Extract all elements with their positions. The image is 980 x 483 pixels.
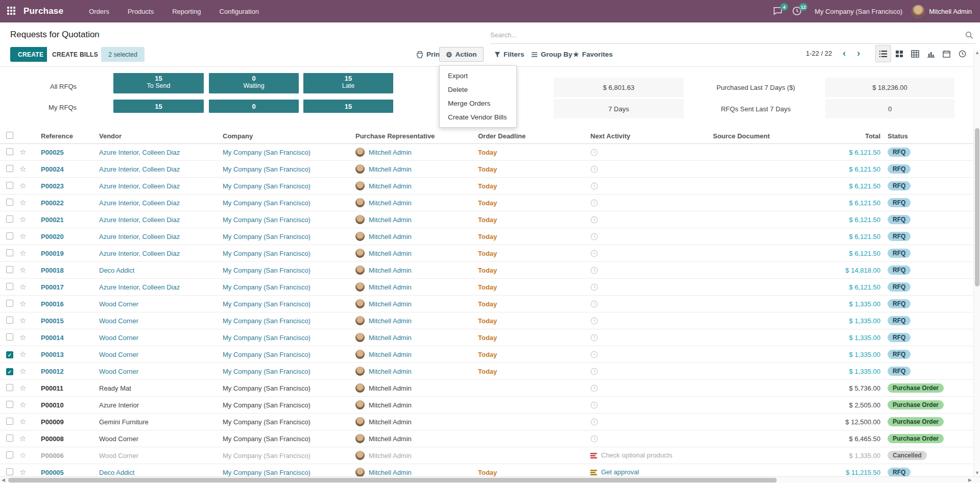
- vendor-link[interactable]: Azure Interior, Colleen Diaz: [91, 250, 214, 257]
- my-rfqs-late-box[interactable]: 15: [303, 100, 393, 113]
- pager-next-icon[interactable]: ›: [857, 47, 860, 59]
- menu-products[interactable]: Products: [121, 5, 161, 18]
- row-checkbox[interactable]: [0, 418, 19, 426]
- col-vendor[interactable]: Vendor: [91, 132, 214, 140]
- vendor-link[interactable]: Azure Interior, Colleen Diaz: [91, 233, 214, 240]
- purchase-representative[interactable]: Mitchell Admin: [347, 316, 470, 325]
- table-row[interactable]: ☆P00021Azure Interior, Colleen DiazMy Co…: [0, 211, 980, 228]
- table-row[interactable]: ☆P00014Wood CornerMy Company (San Franci…: [0, 329, 980, 346]
- table-row[interactable]: ✓☆P00012Wood CornerMy Company (San Franc…: [0, 363, 980, 380]
- table-row[interactable]: ☆P00010Azure InteriorMy Company (San Fra…: [0, 397, 980, 414]
- all-rfqs-waiting-box[interactable]: 0 Waiting: [209, 73, 299, 93]
- favorite-star-icon[interactable]: ☆: [19, 215, 33, 224]
- next-activity-icon[interactable]: [582, 232, 705, 240]
- purchase-representative[interactable]: Mitchell Admin: [347, 417, 470, 426]
- reference-link[interactable]: P00023: [33, 182, 91, 190]
- table-row[interactable]: ☆P00022Azure Interior, Colleen DiazMy Co…: [0, 195, 980, 211]
- row-checkbox[interactable]: [0, 451, 19, 460]
- action-button[interactable]: ⚙ Action: [439, 47, 484, 62]
- apps-grid-icon[interactable]: [7, 7, 16, 16]
- vendor-link[interactable]: Wood Corner: [91, 368, 214, 375]
- favorite-star-icon[interactable]: ☆: [19, 198, 33, 207]
- row-checkbox[interactable]: [0, 317, 19, 325]
- company-link[interactable]: My Company (San Francisco): [214, 267, 347, 274]
- next-activity-icon[interactable]: [582, 418, 705, 426]
- row-checkbox[interactable]: [0, 333, 19, 342]
- vertical-scrollbar[interactable]: ▲ ▼: [973, 49, 980, 476]
- row-checkbox[interactable]: [0, 249, 19, 258]
- next-activity-icon[interactable]: [582, 215, 705, 224]
- group-by-button[interactable]: Group By: [531, 47, 572, 62]
- table-row[interactable]: ☆P00009Gemini FurnitureMy Company (San F…: [0, 414, 980, 430]
- company-link[interactable]: My Company (San Francisco): [214, 452, 347, 460]
- purchase-representative[interactable]: Mitchell Admin: [347, 181, 470, 190]
- col-purchase-representative[interactable]: Purchase Representative: [347, 132, 470, 140]
- reference-link[interactable]: P00008: [33, 435, 91, 443]
- table-row[interactable]: ☆P00024Azure Interior, Colleen DiazMy Co…: [0, 161, 980, 178]
- company-link[interactable]: My Company (San Francisco): [214, 401, 347, 409]
- my-rfqs-waiting-box[interactable]: 0: [209, 100, 299, 113]
- vendor-link[interactable]: Deco Addict: [91, 469, 214, 476]
- search-input[interactable]: [490, 31, 965, 39]
- table-row[interactable]: ✓☆P00013Wood CornerMy Company (San Franc…: [0, 346, 980, 363]
- company-link[interactable]: My Company (San Francisco): [214, 216, 347, 224]
- all-rfqs-late-box[interactable]: 15 Late: [303, 73, 393, 93]
- vendor-link[interactable]: Wood Corner: [91, 317, 214, 325]
- next-activity-icon[interactable]: [582, 182, 705, 190]
- favorites-button[interactable]: ★ Favorites: [573, 47, 613, 62]
- favorite-star-icon[interactable]: ☆: [19, 400, 33, 409]
- row-checkbox[interactable]: [0, 148, 19, 157]
- menu-item-export[interactable]: Export: [440, 69, 516, 83]
- next-activity-icon[interactable]: Get approval: [582, 468, 705, 476]
- purchase-representative[interactable]: Mitchell Admin: [347, 400, 470, 409]
- vendor-link[interactable]: Azure Interior, Colleen Diaz: [91, 182, 214, 190]
- favorite-star-icon[interactable]: ☆: [19, 181, 33, 190]
- next-activity-icon[interactable]: [582, 434, 705, 443]
- vendor-link[interactable]: Wood Corner: [91, 300, 214, 308]
- row-checkbox[interactable]: [0, 283, 19, 292]
- purchase-representative[interactable]: Mitchell Admin: [347, 282, 470, 292]
- list-view-button[interactable]: [875, 45, 891, 62]
- next-activity-icon[interactable]: [582, 148, 705, 156]
- menu-configuration[interactable]: Configuration: [212, 5, 266, 18]
- vendor-link[interactable]: Ready Mat: [91, 384, 214, 392]
- next-activity-icon[interactable]: [582, 384, 705, 392]
- favorite-star-icon[interactable]: ☆: [19, 164, 33, 174]
- favorite-star-icon[interactable]: ☆: [19, 434, 33, 443]
- company-switcher[interactable]: My Company (San Francisco): [815, 8, 902, 15]
- print-button[interactable]: Print: [416, 47, 442, 62]
- vendor-link[interactable]: Wood Corner: [91, 351, 214, 358]
- reference-link[interactable]: P00013: [33, 351, 91, 358]
- search-icon[interactable]: [965, 31, 973, 39]
- user-menu[interactable]: Mitchell Admin: [912, 5, 972, 18]
- purchase-representative[interactable]: Mitchell Admin: [347, 198, 470, 207]
- select-all-checkbox[interactable]: [0, 132, 19, 140]
- next-activity-icon[interactable]: [582, 249, 705, 257]
- row-checkbox[interactable]: [0, 468, 19, 477]
- favorite-star-icon[interactable]: ☆: [19, 417, 33, 426]
- favorite-star-icon[interactable]: ☆: [19, 282, 33, 292]
- reference-link[interactable]: P00012: [33, 368, 91, 375]
- table-row[interactable]: ☆P00016Wood CornerMy Company (San Franci…: [0, 296, 980, 312]
- reference-link[interactable]: P00021: [33, 216, 91, 224]
- table-row[interactable]: ☆P00018Deco AddictMy Company (San Franci…: [0, 262, 980, 279]
- reference-link[interactable]: P00019: [33, 250, 91, 257]
- next-activity-icon[interactable]: [582, 266, 705, 274]
- reference-link[interactable]: P00018: [33, 267, 91, 274]
- company-link[interactable]: My Company (San Francisco): [214, 233, 347, 240]
- next-activity-icon[interactable]: [582, 333, 705, 342]
- favorite-star-icon[interactable]: ☆: [19, 249, 33, 258]
- purchase-representative[interactable]: Mitchell Admin: [347, 383, 470, 393]
- menu-orders[interactable]: Orders: [82, 5, 116, 18]
- vertical-scrollbar-thumb[interactable]: [975, 128, 979, 286]
- table-row[interactable]: ☆P00017Azure Interior, Colleen DiazMy Co…: [0, 279, 980, 296]
- company-link[interactable]: My Company (San Francisco): [214, 351, 347, 358]
- company-link[interactable]: My Company (San Francisco): [214, 283, 347, 291]
- purchase-representative[interactable]: Mitchell Admin: [347, 468, 470, 476]
- favorite-star-icon[interactable]: ☆: [19, 451, 33, 460]
- reference-link[interactable]: P00010: [33, 401, 91, 409]
- row-checkbox[interactable]: [0, 165, 19, 174]
- purchase-representative[interactable]: Mitchell Admin: [347, 215, 470, 224]
- vendor-link[interactable]: Azure Interior, Colleen Diaz: [91, 165, 214, 173]
- company-link[interactable]: My Company (San Francisco): [214, 149, 347, 156]
